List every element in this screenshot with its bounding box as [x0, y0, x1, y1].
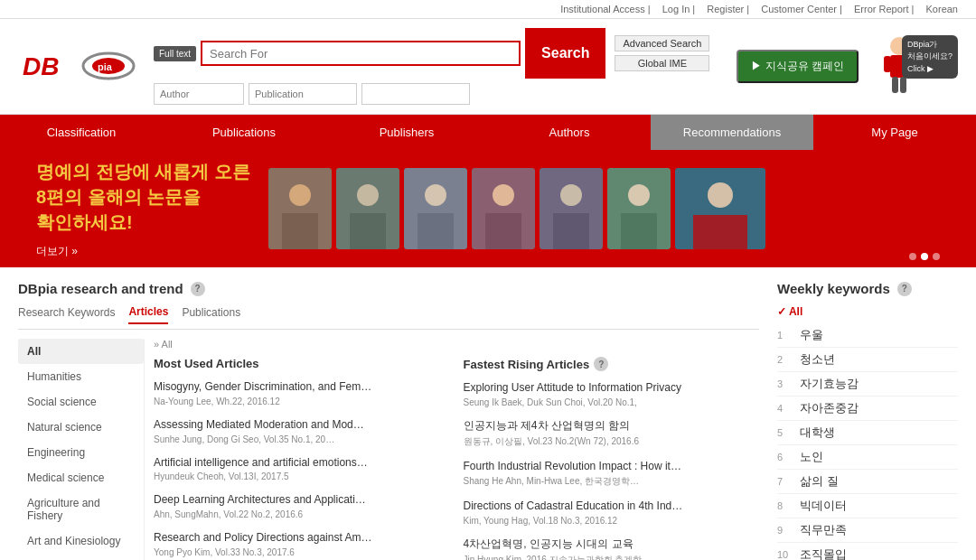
keyword-text-4[interactable]: 대학생: [800, 425, 835, 441]
institutional-access-link[interactable]: Institutional Access: [560, 4, 645, 14]
third-input[interactable]: [361, 83, 470, 105]
dot-2[interactable]: [921, 253, 928, 260]
header: DB pia Full text Search Advanced Search …: [0, 19, 976, 115]
cat-medical-science[interactable]: Medical science: [18, 465, 144, 490]
article-meta: Seung Ik Baek, Duk Sun Choi, Vol.20 No.1…: [464, 397, 760, 407]
article-title: 인공지능과 제4차 산업혁명의 함의: [464, 418, 760, 434]
keyword-item-6: 7 삶의 질: [777, 470, 958, 494]
cat-social-science[interactable]: Social science: [18, 389, 144, 415]
keyword-rank-2: 3: [777, 378, 800, 389]
customer-center-link[interactable]: Customer Center: [761, 4, 837, 14]
keyword-text-9[interactable]: 조직몰입: [800, 546, 847, 560]
cat-interdisciplinary[interactable]: Interdisciplinary studies: [18, 554, 144, 560]
nav-authors[interactable]: Authors: [488, 115, 651, 150]
article-meta: Kim, Young Hag, Vol.18 No.3, 2016.12: [464, 516, 760, 526]
research-trend-title: DBpia research and trend ?: [18, 281, 759, 296]
korean-link[interactable]: Korean: [926, 4, 958, 14]
keyword-text-2[interactable]: 자기효능감: [800, 376, 859, 392]
publication-input[interactable]: [249, 83, 357, 105]
research-trend-help-icon[interactable]: ?: [191, 282, 205, 296]
author-input[interactable]: [154, 83, 244, 105]
article-title: Research and Policy Directions against A…: [154, 530, 450, 546]
tab-articles[interactable]: Articles: [128, 305, 168, 324]
nav-classification[interactable]: Classification: [0, 115, 163, 150]
search-area: Full text Search Advanced Search Global …: [154, 28, 709, 105]
banner-more-link[interactable]: 더보기 »: [36, 244, 250, 259]
keyword-rank-5: 6: [777, 452, 800, 462]
weekly-keywords-title: Weekly keywords ?: [777, 281, 958, 296]
nav-publications[interactable]: Publications: [163, 115, 325, 150]
keyword-rank-1: 2: [777, 354, 800, 365]
character-area: DBpia가 처음이세요? Click ▶: [877, 35, 958, 98]
svg-rect-24: [553, 213, 589, 249]
error-report-link[interactable]: Error Report: [854, 4, 909, 14]
svg-rect-27: [621, 213, 657, 249]
cat-agriculture-fishery[interactable]: Agriculture and Fishery: [18, 490, 144, 528]
most-used-article-4: Research and Policy Directions against A…: [154, 530, 450, 557]
keyword-text-1[interactable]: 청소년: [800, 351, 835, 368]
fastest-rising-help-icon[interactable]: ?: [594, 357, 608, 371]
search-row2: [154, 83, 709, 105]
keyword-item-2: 3 자기효능감: [777, 372, 958, 397]
tab-research-keywords[interactable]: Research Keywords: [18, 306, 115, 323]
article-meta: Sunhe Jung, Dong Gi Seo, Vol.35 No.1, 20…: [154, 434, 450, 444]
keyword-rank-4: 5: [777, 427, 800, 438]
banner-title: 명예의 전당에 새롭게 오른 8편의 올해의 논문을 확인하세요!: [36, 159, 250, 235]
weekly-keywords-help-icon[interactable]: ?: [897, 282, 912, 296]
register-link[interactable]: Register: [707, 4, 744, 14]
keyword-item-8: 9 직무만족: [777, 518, 958, 543]
article-title: 4차산업혁명, 인공지능 시대의 교육: [464, 537, 760, 552]
category-list: All Humanities Social science Natural sc…: [18, 339, 145, 560]
banner-photo-5: [540, 168, 603, 249]
global-ime-button[interactable]: Global IME: [615, 55, 709, 71]
keyword-text-6[interactable]: 삶의 질: [800, 473, 839, 490]
dot-3[interactable]: [933, 253, 940, 260]
article-meta: Yong Pyo Kim, Vol.33 No.3, 2017.6: [154, 547, 450, 557]
keyword-text-3[interactable]: 자아존중감: [800, 400, 859, 416]
keyword-item-3: 4 자아존중감: [777, 397, 958, 421]
keyword-rank-6: 7: [777, 476, 800, 487]
nav-mypage[interactable]: My Page: [813, 115, 976, 150]
keyword-list: 1 우울 2 청소년 3 자기효능감 4 자아존중감 5 대학생 6 노인: [777, 323, 958, 560]
nav-publishers[interactable]: Publishers: [325, 115, 488, 150]
banner-text: 명예의 전당에 새롭게 오른 8편의 올해의 논문을 확인하세요! 더보기 »: [36, 159, 250, 259]
search-row1: Full text Search Advanced Search Global …: [154, 28, 709, 79]
fastest-article-1: 인공지능과 제4차 산업혁명의 함의 원동규, 이상필, Vol.23 No.2…: [464, 418, 760, 448]
nav-recommendations[interactable]: Recommendations: [651, 115, 813, 150]
help-bubble[interactable]: DBpia가 처음이세요? Click ▶: [902, 35, 958, 79]
search-button[interactable]: Search: [525, 28, 605, 79]
campaign-button[interactable]: ▶ 지식공유 캠페인: [737, 50, 859, 83]
svg-point-17: [425, 184, 446, 206]
logo[interactable]: DB pia: [18, 46, 136, 87]
keyword-text-8[interactable]: 직무만족: [800, 522, 847, 538]
weekly-all-label[interactable]: ✓ All: [777, 305, 958, 318]
search-input-main[interactable]: [201, 41, 521, 66]
svg-rect-8: [892, 77, 898, 93]
most-used-article-0: Misogyny, Gender Discrimination, and Fem…: [154, 379, 450, 406]
most-used-col: » All Most Used Articles Misogyny, Gende…: [154, 339, 450, 560]
fastest-rising-col: Fastest Rising Articles ? Exploring User…: [464, 339, 760, 560]
dot-1[interactable]: [909, 253, 916, 260]
advanced-search-button[interactable]: Advanced Search: [615, 35, 709, 51]
fastest-article-2: Fourth Industrial Revolution Impact : Ho…: [464, 459, 760, 489]
banner-photos: [268, 168, 765, 249]
keyword-text-7[interactable]: 빅데이터: [800, 498, 847, 514]
cat-art-kinesiology[interactable]: Art and Kinesiology: [18, 528, 144, 554]
tab-publications[interactable]: Publications: [182, 306, 240, 323]
banner-photo-6: [607, 168, 671, 249]
login-link[interactable]: Log In: [662, 4, 690, 14]
keyword-item-5: 6 노인: [777, 445, 958, 470]
keyword-item-4: 5 대학생: [777, 421, 958, 445]
keyword-text-5[interactable]: 노인: [800, 449, 823, 465]
main-nav: Classification Publications Publishers A…: [0, 115, 976, 150]
all-label-spacer: [464, 339, 760, 350]
cat-natural-science[interactable]: Natural science: [18, 415, 144, 440]
keyword-text-0[interactable]: 우울: [800, 327, 823, 343]
search-right: Advanced Search Global IME: [615, 35, 709, 71]
search-buttons: Search: [525, 28, 605, 79]
cat-all[interactable]: All: [18, 339, 144, 364]
svg-point-26: [628, 184, 650, 206]
cat-engineering[interactable]: Engineering: [18, 440, 144, 465]
cat-humanities[interactable]: Humanities: [18, 364, 144, 389]
content-area: All Humanities Social science Natural sc…: [18, 339, 759, 560]
